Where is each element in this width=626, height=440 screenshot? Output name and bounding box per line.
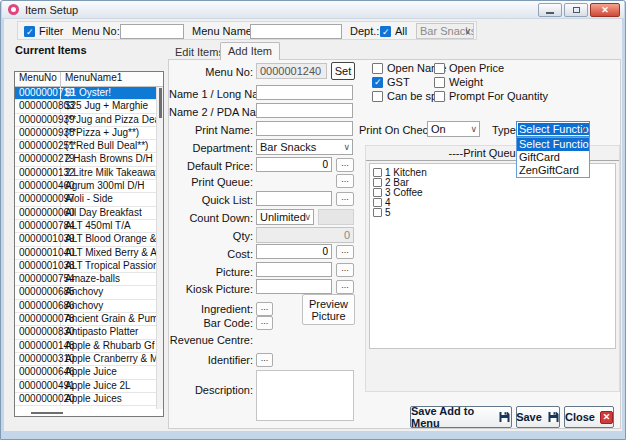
horizontal-scrollbar-thumb[interactable] (31, 412, 63, 414)
table-row[interactable]: 0000001039ALT Blood Orange & Citrus 4 (15, 233, 156, 246)
table-row[interactable]: 0000000646Apple Juice (15, 366, 156, 379)
save-add-to-menu-button[interactable]: Save Add to Menu (410, 406, 512, 428)
quick-list-input[interactable] (256, 191, 332, 206)
table-row[interactable]: 0000000491Apple Juice 2L (15, 380, 156, 393)
checkbox-icon[interactable] (372, 63, 383, 74)
bar-code-browse-button[interactable]: ... (256, 316, 273, 330)
dropdown-option-giftcard[interactable]: GiftCard (517, 151, 589, 164)
checkbox-icon[interactable] (373, 188, 382, 197)
table-row[interactable]: 0000000685Anchovy (15, 286, 156, 299)
filter-menu-name-input[interactable] (250, 24, 342, 39)
picture-browse-button[interactable]: ... (336, 263, 354, 277)
count-down-select[interactable]: Unlimited∨ (256, 209, 314, 225)
table-row[interactable]: 0000001038ALT Tropical Passionfruit 45 (15, 260, 156, 273)
table-row[interactable]: 0000000939(**Jug and Pizza Deal**) (15, 114, 156, 127)
print-queue-5[interactable]: 5 (373, 207, 615, 217)
table-row[interactable]: 0000000460Agrum 300ml D/H (15, 180, 156, 193)
description-input[interactable] (256, 370, 354, 421)
option-weight[interactable]: Weight (434, 75, 548, 89)
name1-input[interactable] (256, 85, 353, 100)
chevron-down-icon: ∨ (343, 141, 350, 154)
table-row[interactable]: 0000000830Antipasto Platter (15, 326, 156, 339)
cell-menu-name: 2 Litre Milk Takeaway (61, 167, 156, 179)
quick-list-browse-button[interactable]: ... (336, 192, 354, 206)
menu-no-value: 0000001240 (256, 63, 327, 79)
name2-input[interactable] (256, 103, 353, 118)
option-open-price[interactable]: Open Price (434, 61, 548, 75)
minimize-button[interactable] (538, 3, 562, 17)
checkbox-icon[interactable] (373, 208, 382, 217)
checkbox-icon[interactable] (373, 178, 382, 187)
picture-input[interactable] (256, 262, 332, 277)
filter-checkbox[interactable] (24, 26, 35, 37)
table-row[interactable]: 0000000686Anchovy (15, 300, 156, 313)
print-on-check-select[interactable]: On∨ (427, 121, 480, 137)
table-row[interactable]: 00000001322 Litre Milk Takeaway (15, 167, 156, 180)
save-button[interactable]: Save (516, 406, 560, 428)
set-button[interactable]: Set (331, 62, 355, 80)
dropdown-option-select-function-type[interactable]: Select Function Type (517, 138, 589, 151)
maximize-button[interactable] (564, 3, 588, 17)
identifier-browse-button[interactable]: ... (256, 353, 273, 367)
table-row[interactable]: 0000000097Aioli - Side (15, 193, 156, 206)
table-row[interactable]: 0000001040ALT Mixed Berry & Apple 45 (15, 247, 156, 260)
checkbox-icon[interactable] (372, 77, 383, 88)
dept-all-checkbox[interactable] (380, 26, 391, 37)
table-row[interactable]: 0000000078Ancient Grain & Pumpkin (15, 313, 156, 326)
table-row[interactable]: 0000000251(**Red Bull Deal**) (15, 140, 156, 153)
cell-menu-name: (**Pizza + Jug**) (61, 127, 156, 139)
filter-menu-no-input[interactable] (120, 24, 184, 39)
column-menu-name[interactable]: MenuName1 (61, 72, 163, 86)
option-open-name[interactable]: Open Name (372, 61, 434, 75)
department-select[interactable]: Bar Snacks∨ (256, 139, 353, 155)
checkbox-icon[interactable] (434, 77, 445, 88)
close-window-button[interactable]: ✕ (590, 3, 620, 17)
qty-label: Qty: (169, 230, 253, 242)
print-queue-3-coffee[interactable]: 3 Coffee (373, 187, 615, 197)
table-row[interactable]: 0000000938(**Pizza + Jug**) (15, 127, 156, 140)
menu-no-label: Menu No: (169, 66, 253, 78)
column-menu-no[interactable]: MenuNo (15, 72, 61, 86)
table-row[interactable]: 0000000784ALT 450ml T/A (15, 220, 156, 233)
cost-input[interactable] (256, 244, 332, 259)
table-row[interactable]: 0000000719$1 Oyster! (15, 87, 156, 100)
print-queue-browse-button[interactable]: ... (336, 174, 354, 188)
table-row[interactable]: 0000000148Apple & Rhubarb Gf (15, 340, 156, 353)
cell-menu-no: 0000000754 (15, 273, 61, 285)
title-bar[interactable]: Item Setup ✕ (2, 1, 624, 19)
close-button[interactable]: Close (564, 406, 614, 428)
print-queue-4[interactable]: 4 (373, 197, 615, 207)
table-row[interactable]: 00000002792 Hash Browns D/H (15, 153, 156, 166)
cost-browse-button[interactable]: ... (336, 245, 354, 259)
table-header[interactable]: MenuNo MenuName1 (15, 72, 163, 87)
option-can-be-split[interactable]: Can be split (372, 89, 434, 103)
print-queue-2-bar[interactable]: 2 Bar (373, 177, 615, 187)
default-price-input[interactable] (256, 157, 332, 172)
dept-select[interactable]: Bar Snacks∨ (416, 23, 474, 39)
type-select[interactable]: Select Function T∨ (516, 121, 590, 137)
save-add-to-menu-label: Save Add to Menu (411, 405, 493, 429)
checkbox-icon[interactable] (434, 91, 445, 102)
default-price-browse-button[interactable]: ... (336, 158, 354, 172)
kiosk-picture-browse-button[interactable]: ... (336, 280, 354, 294)
scrollbar-thumb[interactable] (159, 88, 162, 118)
option-prompt-for-quantity[interactable]: Prompt For Quantity (434, 89, 548, 103)
dropdown-option-zengiftcard[interactable]: ZenGiftCard (517, 164, 589, 177)
checkbox-icon[interactable] (372, 91, 383, 102)
table-row[interactable]: 0000000020Apple Juices (15, 393, 156, 406)
table-row[interactable]: 0000000310Apple Cranberry & Muesli Sli (15, 353, 156, 366)
print-name-input[interactable] (256, 121, 353, 136)
table-row[interactable]: 0000000060All Day Breakfast (15, 207, 156, 220)
dept-all-label: All (395, 25, 407, 38)
preview-picture-button[interactable]: Preview Picture (302, 294, 355, 325)
ingredient-browse-button[interactable]: ... (256, 302, 273, 316)
kiosk-picture-input[interactable] (256, 279, 332, 294)
table-row[interactable]: 0000000803$25 Jug + Marghie (15, 100, 156, 113)
vertical-scrollbar[interactable] (156, 87, 163, 409)
tab-add-item[interactable]: Add Item (220, 42, 280, 60)
option-gst[interactable]: GST (372, 75, 434, 89)
checkbox-icon[interactable] (373, 198, 382, 207)
checkbox-icon[interactable] (434, 63, 445, 74)
checkbox-icon[interactable] (373, 168, 382, 177)
table-row[interactable]: 0000000754Amaze-balls (15, 273, 156, 286)
